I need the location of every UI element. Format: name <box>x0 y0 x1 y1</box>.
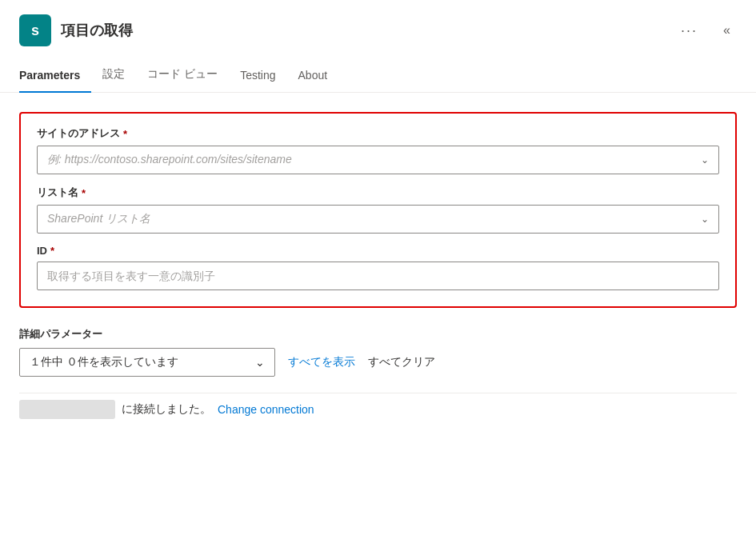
tab-settings[interactable]: 設定 <box>91 59 136 93</box>
collapse-icon: « <box>723 23 730 38</box>
list-name-group: リスト名 * SharePoint リスト名 ⌄ <box>37 186 719 234</box>
advanced-dropdown[interactable]: １件中 ０件を表示しています ⌄ <box>19 348 275 377</box>
app-icon: s <box>19 14 51 46</box>
content-area: サイトのアドレス * 例: https://contoso.sharepoint… <box>0 93 756 435</box>
advanced-label: 詳細パラメーター <box>19 327 737 341</box>
header: s 項目の取得 ··· « <box>0 0 756 59</box>
tab-codeview[interactable]: コード ビュー <box>136 59 229 93</box>
tab-about[interactable]: About <box>287 61 339 93</box>
show-all-button[interactable]: すべてを表示 <box>288 355 355 369</box>
connected-text: に接続しました。 <box>122 402 211 417</box>
site-address-chevron-icon: ⌄ <box>701 154 709 166</box>
advanced-section: 詳細パラメーター １件中 ０件を表示しています ⌄ すべてを表示 すべてクリア <box>19 327 737 377</box>
required-star-list: * <box>82 187 86 199</box>
change-connection-button[interactable]: Change connection <box>218 403 314 416</box>
tab-parameters[interactable]: Parameters <box>19 61 91 93</box>
id-field-input[interactable] <box>37 262 719 290</box>
advanced-dropdown-row: １件中 ０件を表示しています ⌄ すべてを表示 すべてクリア <box>19 348 737 377</box>
app-icon-letter: s <box>31 22 39 39</box>
required-fields-section: サイトのアドレス * 例: https://contoso.sharepoint… <box>19 112 737 308</box>
site-address-placeholder: 例: https://contoso.sharepoint.com/sites/… <box>47 153 292 167</box>
list-name-chevron-icon: ⌄ <box>701 214 709 225</box>
header-left: s 項目の取得 <box>19 14 133 46</box>
clear-all-button[interactable]: すべてクリア <box>368 355 435 369</box>
site-address-group: サイトのアドレス * 例: https://contoso.sharepoint… <box>37 126 719 174</box>
id-field-group: ID * <box>37 245 719 290</box>
collapse-button[interactable]: « <box>717 20 737 41</box>
list-name-placeholder: SharePoint リスト名 <box>47 212 150 226</box>
panel: s 項目の取得 ··· « Parameters 設定 コード ビュー Test… <box>0 0 756 543</box>
site-address-dropdown[interactable]: 例: https://contoso.sharepoint.com/sites/… <box>37 146 719 174</box>
id-field-label: ID * <box>37 245 719 257</box>
page-title: 項目の取得 <box>61 21 133 40</box>
advanced-dropdown-value: １件中 ０件を表示しています <box>30 355 178 369</box>
connection-section: に接続しました。 Change connection <box>19 393 737 419</box>
header-actions: ··· « <box>674 19 737 42</box>
site-address-label: サイトのアドレス * <box>37 126 719 141</box>
connection-blob <box>19 400 115 419</box>
list-name-label: リスト名 * <box>37 186 719 200</box>
required-star: * <box>123 128 127 140</box>
advanced-chevron-icon: ⌄ <box>255 356 265 369</box>
more-options-button[interactable]: ··· <box>674 19 704 42</box>
required-star-id: * <box>50 245 54 257</box>
tab-testing[interactable]: Testing <box>229 61 286 93</box>
list-name-dropdown[interactable]: SharePoint リスト名 ⌄ <box>37 205 719 234</box>
tabs-bar: Parameters 設定 コード ビュー Testing About <box>0 59 756 93</box>
